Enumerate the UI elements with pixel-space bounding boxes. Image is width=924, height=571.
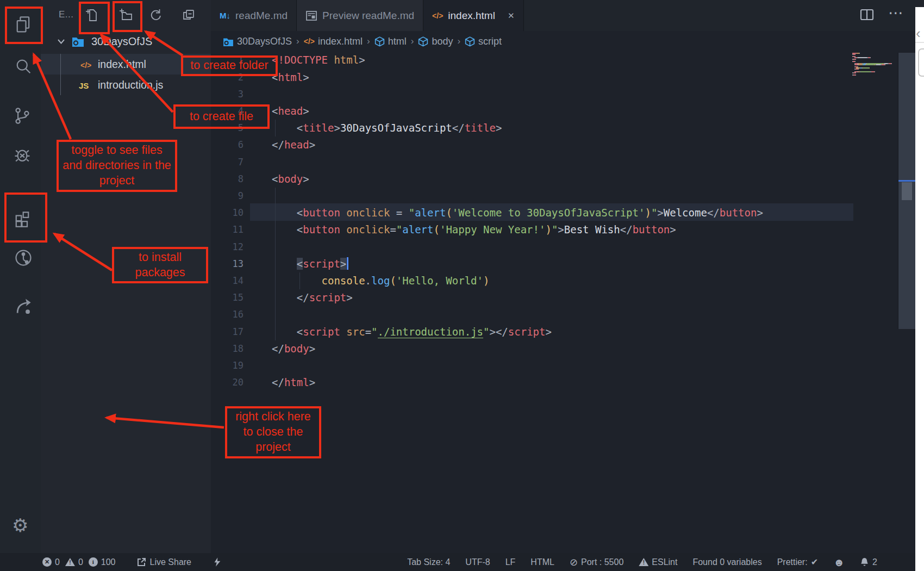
status-item-smiley[interactable]: ☻ (833, 557, 845, 567)
status-item-tab-size-4[interactable]: Tab Size: 4 (407, 557, 450, 567)
top-edge-fill (915, 0, 924, 7)
breadcrumb-item-30DaysOfJS[interactable]: 30DaysOfJS (223, 36, 292, 47)
scrollbar-thumb[interactable] (902, 182, 912, 200)
search-icon[interactable] (14, 57, 33, 77)
status-item-port-5500[interactable]: ⊘Port : 5500 (570, 557, 623, 567)
new-file-icon-highlight (79, 2, 110, 34)
tab-Preview readMe.md[interactable]: Preview readMe.md (297, 0, 423, 31)
tree-indent-guide (60, 54, 61, 95)
overview-ruler-cursor-mark (898, 180, 916, 182)
file-item-introduction.js[interactable]: JSintroduction.js (41, 75, 211, 95)
breadcrumb-item-script[interactable]: script (465, 36, 502, 47)
refresh-icon[interactable] (148, 8, 163, 23)
text-cursor (347, 257, 348, 270)
status-item-html[interactable]: HTML (530, 557, 554, 567)
breadcrumb-item-index.html[interactable]: </>index.html (304, 36, 363, 47)
back-chevron-icon: ‹ (916, 25, 921, 42)
status-item-found-0-variables[interactable]: Found 0 variables (692, 557, 761, 567)
settings-gear-icon[interactable]: ⚙ (12, 516, 28, 535)
code-line-3: 3 (211, 86, 915, 103)
code-line-4: 4<head> (211, 103, 915, 120)
status-item-0[interactable]: ✕0 (42, 557, 60, 567)
code-line-5: 5 <title>30DaysOfJavaScript</title> (211, 120, 915, 136)
tab-readMe.md[interactable]: M↓readMe.md (211, 0, 297, 31)
folder-icon (72, 36, 84, 47)
status-item-100[interactable]: i100 (89, 557, 116, 567)
toggle-files-note: toggle to see files and directories in t… (57, 140, 177, 192)
code-line-6: 6</head> (211, 136, 915, 153)
tab-index.html[interactable]: </>index.html✕ (423, 0, 523, 31)
status-bar: ✕0!0i100Live Share Tab Size: 4UTF-8LFHTM… (0, 553, 915, 571)
activity-bar: ⚙ (0, 0, 41, 553)
edge-card-outline (918, 48, 924, 77)
collapse-folders-icon[interactable] (181, 8, 196, 23)
source-control-icon[interactable] (13, 106, 32, 126)
create-folder-note: to create folder (181, 55, 278, 76)
status-item-prettier-[interactable]: Prettier:✔ (777, 557, 818, 567)
code-line-9: 9 (211, 188, 915, 204)
code-line-17: 17 <script src="./introduction.js"></scr… (211, 324, 915, 340)
code-line-14: 14 console.log('Hello, World') (211, 272, 915, 289)
status-left: ✕0!0i100Live Share (0, 556, 221, 568)
code-line-19: 19 (211, 357, 915, 374)
install-packages-note: to install packages (112, 247, 208, 283)
close-project-note: right click here to close the project (225, 406, 321, 458)
split-editor-icon[interactable] (860, 9, 874, 23)
close-tab-icon[interactable]: ✕ (508, 11, 515, 21)
code-line-7: 7 (211, 154, 915, 171)
code-line-1: 1<!DOCTYPE html> (211, 52, 915, 69)
remote-explorer-icon[interactable] (14, 248, 33, 268)
breadcrumb-item-html[interactable]: html (374, 36, 407, 47)
explorer-icon-highlight (5, 7, 43, 44)
create-file-note: to create file (173, 104, 270, 129)
vscode-window: ⚙ E... 30DaysOfJS </>index.htmlJ (0, 0, 924, 571)
breadcrumb-item-body[interactable]: body (418, 36, 453, 47)
code-line-10: 10 <button onclick = "alert('Welcome to … (211, 204, 915, 221)
code-line-18: 18</body> (211, 340, 915, 357)
code-line-8: 8<body> (211, 171, 915, 188)
status-right: Tab Size: 4UTF-8LFHTML⊘Port : 5500!ESLin… (407, 557, 877, 567)
more-actions-icon[interactable]: ⋯ (888, 4, 903, 22)
code-line-20: 20</html> (211, 374, 915, 391)
code-line-2: 2<html> (211, 69, 915, 86)
code-line-12: 12 (211, 239, 915, 256)
page-edge-strip: ‹ (915, 7, 924, 571)
tab-bar: M↓readMe.mdPreview readMe.md</>index.htm… (211, 0, 915, 31)
status-item-2[interactable]: 2 (860, 557, 877, 567)
status-item-lightning[interactable] (213, 556, 221, 568)
explorer-title: E... (59, 9, 74, 20)
code-line-15: 15 </script> (211, 289, 915, 306)
code-line-16: 16 (211, 306, 915, 323)
scrollbar-track[interactable] (898, 53, 916, 329)
extensions-icon-highlight (4, 193, 47, 243)
tree-root-folder[interactable]: 30DaysOfJS (41, 31, 211, 52)
status-item-lf[interactable]: LF (505, 557, 516, 567)
status-item-live-share[interactable]: Live Share (136, 557, 192, 567)
run-debug-icon[interactable] (13, 145, 32, 164)
breadcrumb: 30DaysOfJS›</>index.html›html›body›scrip… (211, 31, 924, 52)
new-folder-icon-highlight (113, 1, 142, 32)
status-item-utf-8[interactable]: UTF-8 (465, 557, 490, 567)
code-line-13: 13 <script> (211, 256, 915, 272)
status-item-eslint[interactable]: !ESLint (639, 557, 677, 567)
status-item-0[interactable]: !0 (65, 557, 83, 567)
editor-group: M↓readMe.mdPreview readMe.md</>index.htm… (211, 0, 915, 553)
live-share-activity-icon[interactable] (13, 296, 33, 316)
code-line-11: 11 <button onclick="alert('Happy New Yea… (211, 221, 915, 238)
